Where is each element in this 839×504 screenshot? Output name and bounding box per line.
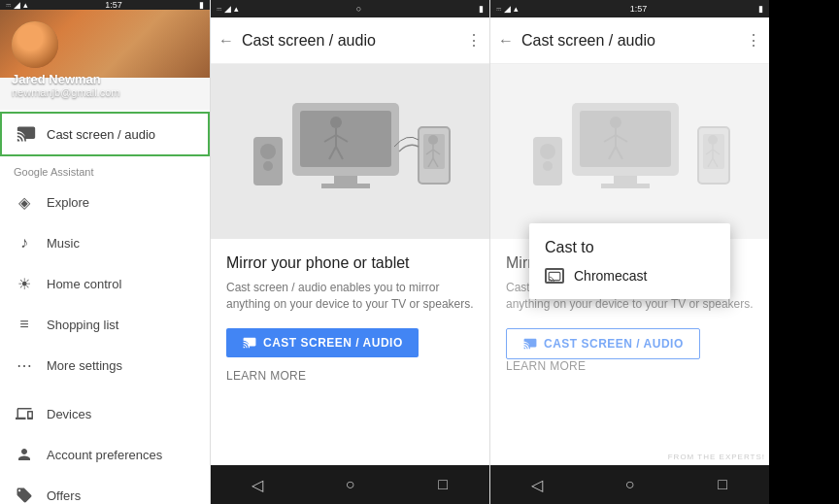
cast-to-title: Cast to xyxy=(545,239,715,256)
cast-button-icon-1 xyxy=(242,336,257,350)
svg-rect-22 xyxy=(580,111,671,167)
signal-icon: ◢ xyxy=(14,0,20,10)
cast-icon xyxy=(16,123,37,145)
recents-button-2[interactable]: □ xyxy=(434,476,452,493)
more-options-icon-2[interactable]: ⋮ xyxy=(746,31,761,50)
svg-point-6 xyxy=(263,161,273,171)
cast-panel-2: ⎓ ◢ ▴ 1:57 ▮ ← Cast screen / audio ⋮ xyxy=(489,0,769,504)
menu-item-offers[interactable]: Offers xyxy=(0,475,210,504)
menu-item-music[interactable]: ♪ Music xyxy=(0,222,210,263)
wifi-icon-3: ▴ xyxy=(514,4,519,14)
menu-item-shopping-list[interactable]: ≡ Shopping list xyxy=(0,304,210,345)
more-options-icon-1[interactable]: ⋮ xyxy=(466,31,482,50)
cast-panel-1: ⎓ ◢ ▴ ○ ▮ ← Cast screen / audio ⋮ xyxy=(210,0,489,504)
svg-point-15 xyxy=(428,135,438,145)
svg-rect-3 xyxy=(321,184,370,188)
google-assistant-label: Google Assistant xyxy=(0,158,210,182)
svg-point-30 xyxy=(610,117,621,128)
home-button-3[interactable]: ○ xyxy=(621,476,638,493)
music-icon: ♪ xyxy=(14,232,35,253)
menu-label-offers: Offers xyxy=(47,488,81,503)
cast-button-label-1: CAST SCREEN / AUDIO xyxy=(263,336,403,350)
avatar-image xyxy=(12,21,58,68)
svg-point-5 xyxy=(260,144,276,159)
menu-item-more-settings[interactable]: ⋯ More settings xyxy=(0,345,210,386)
menu-item-account-preferences[interactable]: Account preferences xyxy=(0,434,210,475)
home-button-2[interactable]: ○ xyxy=(341,476,358,493)
back-button-3[interactable]: ◁ xyxy=(528,476,546,493)
watermark: FROM THE EXPERTS! xyxy=(668,453,765,461)
bluetooth-icon-2: ⎓ xyxy=(217,4,221,14)
cast-to-dialog: Cast to Chromecast xyxy=(529,223,730,299)
cast-illustration-1 xyxy=(234,74,467,229)
cast-content-desc-1: Cast screen / audio enables you to mirro… xyxy=(226,280,474,313)
cast-screen-menu-item[interactable]: Cast screen / audio xyxy=(0,112,210,156)
status-time-1: 1:57 xyxy=(105,0,122,10)
cast-screen-button-2[interactable]: CAST SCREEN / AUDIO xyxy=(506,328,700,359)
bluetooth-icon: ⎓ xyxy=(6,0,11,10)
menu-label-devices: Devices xyxy=(47,407,91,421)
lightbulb-icon: ☀ xyxy=(14,273,35,294)
cast-title-2: Cast screen / audio xyxy=(521,32,738,50)
learn-more-1[interactable]: LEARN MORE xyxy=(226,369,474,383)
menu-label-music: Music xyxy=(47,236,80,251)
status-right-2: ▮ xyxy=(479,4,484,14)
battery-icon-2: ▮ xyxy=(479,4,484,14)
svg-rect-23 xyxy=(614,176,637,184)
cast-screen-button-1[interactable]: CAST SCREEN / AUDIO xyxy=(226,328,419,357)
status-left-3: ⎓ ◢ ▴ xyxy=(496,4,519,14)
back-arrow-1[interactable]: ← xyxy=(218,32,234,50)
svg-point-43 xyxy=(548,281,550,282)
signal-icon-2: ◢ xyxy=(224,4,231,14)
drawer-panel: ⎓ ◢ ▴ 1:57 ▮ Jared Newman newmanjb@gmail… xyxy=(0,0,210,504)
menu-label-more-settings: More settings xyxy=(47,358,122,373)
menu-label-account-preferences: Account preferences xyxy=(47,448,162,462)
learn-more-2[interactable]: LEARN MORE xyxy=(506,359,754,373)
compass-icon: ◈ xyxy=(14,191,35,213)
cast-menu-label: Cast screen / audio xyxy=(47,127,155,142)
back-arrow-2[interactable]: ← xyxy=(498,32,514,50)
status-left-2: ⎓ ◢ ▴ xyxy=(217,4,239,14)
cast-illustration-2 xyxy=(514,74,747,229)
nav-bar-3: ◁ ○ □ xyxy=(490,465,769,504)
status-time-3: 1:57 xyxy=(630,4,648,14)
cast-to-item-chromecast[interactable]: Chromecast xyxy=(545,268,715,284)
user-name: Jared Newman xyxy=(12,72,198,86)
chromecast-device-name: Chromecast xyxy=(574,268,647,284)
bluetooth-icon-3: ⎓ xyxy=(496,4,501,14)
svg-point-36 xyxy=(708,135,718,145)
list-icon: ≡ xyxy=(14,314,35,335)
menu-label-shopping-list: Shopping list xyxy=(47,318,118,332)
status-time-2: ○ xyxy=(356,4,361,14)
svg-rect-1 xyxy=(300,111,391,167)
svg-rect-24 xyxy=(601,184,650,188)
back-button-2[interactable]: ◁ xyxy=(249,476,266,493)
status-bar-3: ⎓ ◢ ▴ 1:57 ▮ xyxy=(490,0,769,17)
cast-button-label-2: CAST SCREEN / AUDIO xyxy=(544,337,684,351)
drawer-header: Jared Newman newmanjb@gmail.com xyxy=(0,10,210,110)
status-right-3: ▮ xyxy=(758,4,763,14)
cast-content-1: Mirror your phone or tablet Cast screen … xyxy=(211,239,489,465)
cast-toolbar-1: ← Cast screen / audio ⋮ xyxy=(211,17,489,64)
signal-icon-3: ◢ xyxy=(504,4,511,14)
chromecast-icon xyxy=(545,268,564,284)
cast-hero-2 xyxy=(490,64,769,239)
avatar xyxy=(12,21,58,68)
user-email: newmanjb@gmail.com xyxy=(12,86,198,98)
tag-icon xyxy=(14,485,35,504)
person-icon xyxy=(14,444,35,465)
wifi-icon-2: ▴ xyxy=(234,4,239,14)
svg-point-26 xyxy=(540,144,555,159)
status-right-icons: ▮ xyxy=(199,0,204,10)
cast-content-title-1: Mirror your phone or tablet xyxy=(226,254,474,272)
menu-label-explore: Explore xyxy=(47,195,89,210)
menu-label-home-control: Home control xyxy=(47,277,121,291)
svg-rect-2 xyxy=(334,176,357,184)
status-bar-2: ⎓ ◢ ▴ ○ ▮ xyxy=(211,0,489,17)
cast-toolbar-2: ← Cast screen / audio ⋮ xyxy=(490,17,769,64)
menu-item-devices[interactable]: Devices xyxy=(0,393,210,434)
menu-item-explore[interactable]: ◈ Explore xyxy=(0,182,210,222)
recents-button-3[interactable]: □ xyxy=(714,476,731,493)
status-bar-1: ⎓ ◢ ▴ 1:57 ▮ xyxy=(0,0,210,10)
menu-item-home-control[interactable]: ☀ Home control xyxy=(0,263,210,304)
